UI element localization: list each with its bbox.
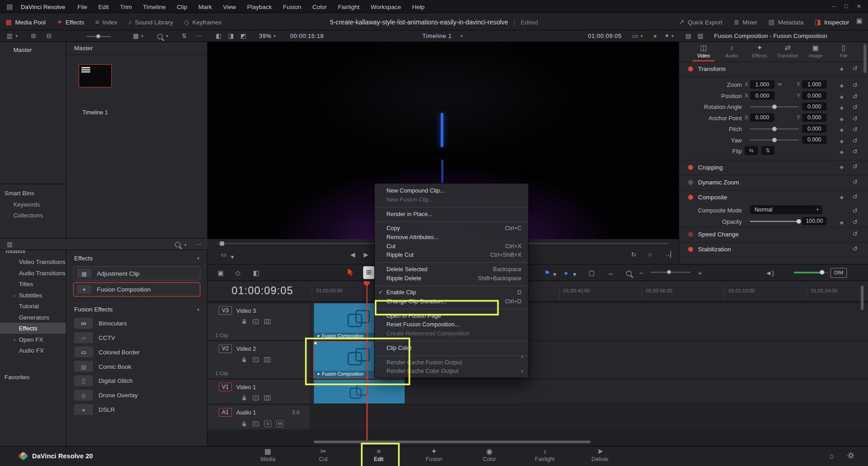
timeline-ruler[interactable]: 01:00:09:05 01:00:00:0001:00:14:0001:00:… <box>208 281 868 301</box>
keyframe-icon[interactable] <box>840 116 844 122</box>
audio-monitor-icon[interactable]: ◄) <box>765 269 774 277</box>
menu-item[interactable]: Help <box>412 3 425 10</box>
bin-panel-chevron-icon[interactable]: ▾ <box>15 34 18 39</box>
viewer-wand-icon[interactable]: ✦ <box>664 33 669 40</box>
reset-icon[interactable] <box>853 178 858 185</box>
track-lock-icon[interactable] <box>241 357 248 362</box>
value-field[interactable]: 0.000 <box>802 125 826 133</box>
track-lock-icon[interactable] <box>241 395 248 400</box>
fusion-effect-item[interactable]: Colored Border <box>66 345 207 359</box>
x-value-field[interactable]: 0.000 <box>750 91 774 99</box>
track-lock-icon[interactable] <box>241 421 248 427</box>
inspector-tab[interactable]: Video <box>691 44 716 61</box>
dynamic-trim-icon[interactable]: ◧ <box>253 269 259 277</box>
keyframe-icon[interactable] <box>840 94 844 99</box>
context-menu-item[interactable]: ✓ Ripple Delete Shift+Backspace › <box>375 273 528 286</box>
opacity-value-field[interactable]: 100.00 <box>802 217 826 225</box>
reset-icon[interactable] <box>853 219 858 226</box>
flip-horizontal-button[interactable]: ⇆ <box>745 146 758 155</box>
menu-item[interactable]: Fusion <box>283 3 301 10</box>
fusion-effect-item[interactable]: DSLR <box>66 402 207 417</box>
track-header[interactable]: V3 Video 3 <box>208 303 309 340</box>
goto-last-frame-icon[interactable]: →▏ <box>664 251 675 259</box>
fusion-effect-item[interactable]: Digital Glitch <box>66 374 207 388</box>
track-number-badge[interactable]: V1 <box>219 382 232 391</box>
x-value-field[interactable]: 1.000 <box>750 80 774 89</box>
solo-button[interactable]: S <box>264 420 271 427</box>
reset-icon[interactable] <box>853 126 858 133</box>
audio-level-slider[interactable] <box>794 272 828 273</box>
y-value-field[interactable]: 1.000 <box>802 80 826 89</box>
track-lane[interactable] <box>309 405 868 429</box>
toolbox-item[interactable]: Titles <box>0 278 66 289</box>
toolbox-item[interactable]: Effects <box>0 323 66 334</box>
zoom-out-icon[interactable]: − <box>639 269 643 277</box>
panel-toggle[interactable]: Mixer <box>734 19 758 25</box>
context-menu-item[interactable]: ✓ Reset Fusion Composition... › <box>375 320 528 329</box>
fusion-clip-v1[interactable] <box>314 380 405 404</box>
live-preview-icon[interactable]: ● <box>653 33 657 39</box>
track-frames-icon[interactable] <box>264 395 271 400</box>
close-icon[interactable]: ✕ <box>857 3 861 9</box>
settings-gear-icon[interactable] <box>847 452 854 461</box>
keyframe-icon[interactable] <box>840 220 844 225</box>
inspector-scrollbar[interactable] <box>863 44 866 73</box>
reset-icon[interactable] <box>853 245 858 252</box>
context-menu-item[interactable]: ✓ Cut Ctrl+X › <box>375 241 528 250</box>
inspector-tab[interactable]: Image <box>803 44 828 61</box>
reset-icon[interactable] <box>853 230 858 237</box>
reset-icon[interactable] <box>853 65 858 72</box>
zoom-in-icon[interactable]: + <box>698 269 702 277</box>
slider-handle[interactable] <box>772 127 777 131</box>
page-button[interactable]: Cut <box>311 448 335 462</box>
play-icon[interactable]: ▶ <box>363 251 368 259</box>
y-value-field[interactable]: 0.000 <box>802 91 826 99</box>
toolbox-item[interactable]: Subtitles <box>0 289 66 300</box>
value-slider[interactable] <box>750 106 799 107</box>
context-menu-item[interactable]: ✓ Render Cache Fusion Output › <box>375 358 528 367</box>
page-button[interactable]: Media <box>256 448 280 462</box>
effects-more-icon[interactable]: ⋯ <box>196 241 202 248</box>
timeline-thumbnail[interactable] <box>79 64 112 87</box>
panel-toggle[interactable]: Media Pool <box>5 19 46 25</box>
effects-section-collapse-icon[interactable]: ▴ <box>197 256 199 260</box>
reset-icon[interactable] <box>853 148 858 155</box>
clip-trim-handle[interactable] <box>315 342 317 344</box>
timeline-zoom-slider[interactable] <box>651 272 690 273</box>
page-button[interactable]: Fusion <box>422 448 446 462</box>
reset-icon[interactable] <box>853 104 858 111</box>
window-layout-icon[interactable]: ▤ <box>7 3 13 10</box>
wand-chevron-icon[interactable]: ▾ <box>671 34 674 39</box>
toolbox-item[interactable]: Open FX <box>0 334 66 344</box>
fusion-effect-item[interactable]: Drone Overlay <box>66 388 207 402</box>
value-field[interactable]: 0.000 <box>802 136 826 144</box>
maximize-icon[interactable]: □ <box>844 3 848 9</box>
reset-icon[interactable] <box>853 82 858 89</box>
detail-zoom-icon[interactable] <box>626 270 632 278</box>
single-viewer-icon[interactable]: ◧ <box>216 33 222 40</box>
value-slider[interactable] <box>750 128 799 129</box>
timeline-selector[interactable]: Timeline 1 <box>422 33 452 39</box>
reset-icon[interactable] <box>853 193 858 200</box>
context-menu-item[interactable]: ✓ Change Clip Duration... Ctrl+D › <box>375 297 528 309</box>
context-menu-item[interactable]: ✓ Enable Clip D › <box>375 288 528 297</box>
menu-item[interactable]: Color <box>312 3 327 10</box>
smart-bin-item[interactable]: Keywords <box>0 199 66 210</box>
page-button[interactable]: Deliver <box>588 448 612 462</box>
inspector-tab[interactable]: File <box>831 44 856 61</box>
track-header[interactable]: V1 Video 1 <box>208 380 309 404</box>
flip-vertical-button[interactable]: ⇅ <box>761 146 774 155</box>
keyframe-icon[interactable] <box>840 150 844 155</box>
keyframe-icon[interactable] <box>840 127 844 133</box>
menu-item[interactable]: Trim <box>120 3 132 10</box>
dim-audio-button[interactable]: DIM <box>830 268 847 278</box>
menu-item[interactable]: Timeline <box>143 3 165 10</box>
menu-item[interactable]: View <box>223 3 236 10</box>
composite-section-header[interactable]: Composite <box>679 190 868 205</box>
slider-handle[interactable] <box>772 104 777 109</box>
timeline-view-options-icon[interactable]: ⊞ <box>363 266 375 279</box>
dynamic-zoom-section-header[interactable]: Dynamic Zoom <box>679 175 868 190</box>
context-menu-item[interactable]: ✓ Delete Selected Backspace › <box>375 264 528 273</box>
composite-mode-dropdown[interactable]: Normal <box>750 205 822 214</box>
context-menu-item[interactable]: ✓ New Fusion Clip... › <box>375 195 528 207</box>
